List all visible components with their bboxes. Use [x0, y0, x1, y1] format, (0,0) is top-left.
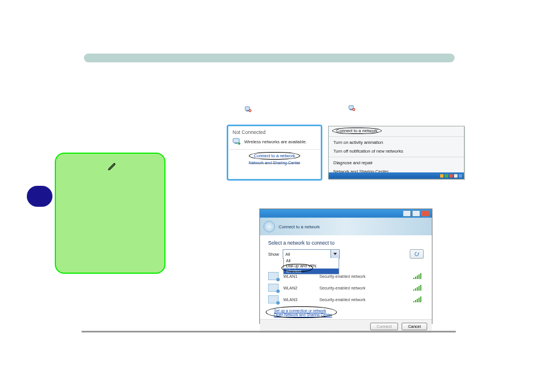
svg-rect-7: [235, 143, 238, 144]
tray-icon: [459, 174, 462, 178]
dialog-heading: Select a network to connect to: [268, 240, 424, 246]
tray-icon: [440, 174, 444, 178]
tray-icon: [449, 174, 453, 178]
show-option[interactable]: Dial-up and VPN: [284, 263, 339, 269]
not-connected-popup: Not Connected Wireless networks are avai…: [227, 125, 322, 181]
chevron-down-icon: [330, 250, 339, 258]
refresh-icon: [414, 251, 420, 257]
network-sharing-center-link[interactable]: Network and Sharing Center: [233, 161, 316, 165]
network-desc: Security-enabled network: [319, 286, 409, 290]
dialog-header: Connect to a network: [260, 218, 432, 235]
show-dropdown-list: All Dial-up and VPN Wireless: [283, 258, 339, 274]
network-error-icon: [245, 105, 252, 112]
dialog-title: Connect to a network: [279, 224, 320, 229]
pen-icon: [107, 161, 118, 171]
menu-diagnose-repair[interactable]: Diagnose and repair: [329, 158, 464, 167]
signal-icon: [413, 273, 424, 279]
show-label: Show: [268, 252, 279, 257]
menu-divider: [329, 136, 464, 137]
network-icon: [268, 295, 279, 303]
footer-divider: [82, 331, 456, 333]
network-item[interactable]: WLAN3 Security-enabled network: [268, 294, 424, 305]
network-desc: Security-enabled network: [319, 274, 409, 278]
svg-point-8: [238, 142, 240, 144]
signal-icon: [413, 296, 424, 302]
cancel-button[interactable]: Cancel: [402, 323, 427, 330]
close-button[interactable]: [421, 210, 430, 217]
open-network-center-link[interactable]: Open Network and Sharing Center: [274, 313, 418, 317]
popup-message: Wireless networks are available.: [244, 139, 307, 144]
taskbar: [329, 172, 464, 179]
refresh-button[interactable]: [410, 249, 424, 259]
menu-activity-animation[interactable]: Turn on activity animation: [329, 138, 464, 147]
page: Not Connected Wireless networks are avai…: [0, 0, 556, 392]
svg-rect-6: [233, 139, 240, 143]
tray-icon: [454, 174, 458, 178]
network-error-icon: [349, 104, 356, 111]
connect-to-network-dialog: ​ Connect to a network Select a network …: [259, 209, 432, 324]
signal-icon: [413, 285, 424, 291]
connect-button[interactable]: Connect: [370, 323, 398, 330]
menu-turn-off-notification[interactable]: Turn off notification of new networks: [329, 147, 464, 156]
network-icon: [268, 284, 279, 292]
show-dropdown[interactable]: All All Dial-up and VPN Wireless: [283, 249, 340, 259]
network-context-menu: Connect to a network Turn on activity an…: [328, 126, 464, 179]
dialog-titlebar: ​: [260, 209, 432, 218]
back-button[interactable]: [263, 221, 275, 232]
svg-rect-3: [349, 105, 354, 109]
setup-connection-link[interactable]: Set up a connection or network: [274, 309, 418, 313]
network-name: WLAN2: [283, 286, 315, 290]
side-tab-marker: [27, 186, 52, 207]
dialog-footer-links: Set up a connection or network Open Netw…: [268, 308, 424, 318]
maximize-button[interactable]: [412, 210, 420, 217]
network-list: WLAN1 Security-enabled network WLAN2 Sec…: [268, 270, 424, 305]
svg-rect-4: [350, 110, 353, 110]
connect-to-network-link[interactable]: Connect to a network: [249, 152, 301, 160]
network-item[interactable]: WLAN2 Security-enabled network: [268, 282, 424, 294]
tray-icon: [445, 174, 448, 178]
network-name: WLAN3: [283, 298, 315, 302]
show-option[interactable]: Wireless: [284, 269, 339, 274]
svg-rect-0: [245, 107, 250, 110]
menu-connect-to-network[interactable]: Connect to a network: [332, 128, 382, 134]
computer-icon: [233, 137, 241, 146]
network-name: WLAN1: [283, 274, 315, 278]
header-divider: [84, 54, 455, 62]
network-icon: [268, 272, 279, 280]
popup-title: Not Connected: [228, 126, 321, 136]
show-option[interactable]: All: [284, 258, 339, 263]
minimize-button[interactable]: [403, 210, 411, 217]
note-box: [55, 153, 166, 274]
menu-divider: [329, 157, 464, 157]
show-selected: All: [283, 252, 290, 256]
svg-rect-1: [246, 111, 249, 111]
network-desc: Security-enabled network: [319, 298, 409, 302]
